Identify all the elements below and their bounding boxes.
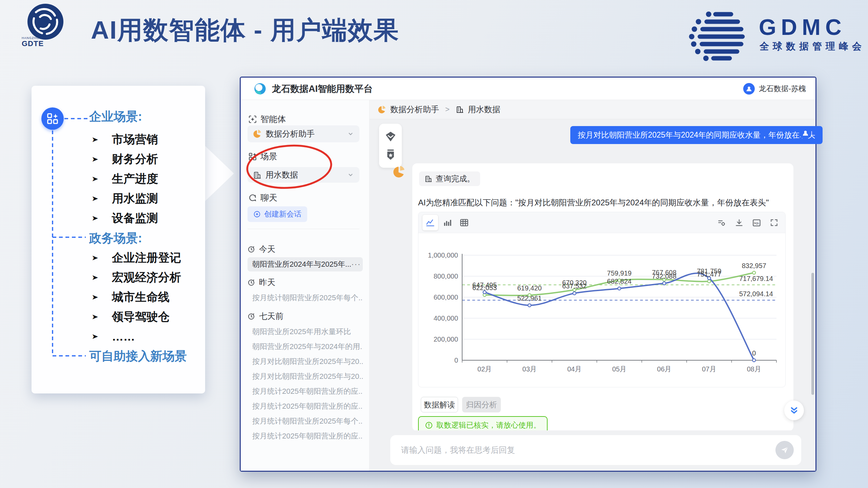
scroll-to-bottom-button[interactable] [784, 401, 804, 420]
history-item[interactable]: 按月对比朝阳营业所2025年与20... [248, 354, 363, 369]
message-tool-card [379, 124, 402, 168]
info-icon [425, 421, 433, 429]
agent-section-label: 智能体 [248, 114, 286, 125]
history-group-label: 七天前 [248, 311, 363, 322]
red-highlight-annotation [237, 138, 342, 196]
breadcrumb-scene[interactable]: 用水数据 [468, 104, 500, 115]
question-input[interactable]: 请输入问题，我将在思考后回复 [390, 435, 801, 465]
chart-card: SQL 0200,000400,000600,000800,0001,000,0… [418, 212, 786, 387]
list-settings-icon [717, 218, 726, 227]
gdmc-logo-subtitle: 全球数据管理峰会 [760, 40, 865, 53]
verified-notice-text: 取数逻辑已核实，请放心使用。 [436, 420, 541, 430]
new-chat-button[interactable]: 创建新会话 [248, 206, 307, 222]
query-status-text: 查询完成。 [436, 174, 475, 184]
svg-text:751,477: 751,477 [697, 270, 721, 278]
svg-text:717,679.14: 717,679.14 [739, 275, 773, 282]
slide-title: AI用数智能体 - 用户端效果 [91, 14, 399, 47]
callout-item: ➤…… [92, 329, 135, 344]
data-interpretation-button[interactable]: 数据解读 [421, 397, 458, 412]
current-user-name: 龙石数据-苏槐 [759, 84, 806, 94]
callout-item: ➤市场营销 [92, 132, 158, 147]
svg-text:622,053: 622,053 [472, 284, 497, 291]
input-placeholder: 请输入问题，我将在思考后回复 [401, 435, 515, 465]
callout-item: ➤宏观经济分析 [92, 270, 181, 285]
gdte-logo-text: HANGZHOU GDTE [22, 37, 44, 48]
arrow-bullet-icon: ➤ [92, 214, 98, 222]
medal-icon[interactable] [386, 149, 396, 161]
arrow-bullet-icon: ➤ [92, 194, 98, 203]
arrow-bullet-icon: ➤ [92, 332, 98, 341]
scene-selector[interactable]: 用水数据 [248, 167, 359, 183]
agent-selector[interactable]: 数据分析助手 [248, 125, 359, 142]
history-group-label: 昨天 [248, 277, 363, 288]
app-title: 龙石数据AI智能用数平台 [272, 83, 373, 95]
water-usage-chart: 0200,000400,000600,000800,0001,000,00071… [418, 233, 785, 387]
history-item[interactable]: 按月对比朝阳营业所2025年与20... [248, 369, 363, 384]
user-avatar-icon[interactable] [743, 83, 755, 95]
history-group-label: 今天 [248, 244, 363, 255]
chart-settings-button[interactable] [714, 215, 729, 230]
user-avatar-icon [799, 127, 811, 139]
ai-match-text: AI为您精准匹配以下问题："按月对比朝阳营业所2025年与2024年的同期应收水… [418, 197, 769, 208]
bar-chart-tab[interactable] [439, 215, 455, 230]
assistant-message-card: 查询完成。 AI为您精准匹配以下问题："按月对比朝阳营业所2025年与2024年… [412, 163, 793, 431]
history-item[interactable]: 按月统计2025年朝阳营业所的应... [248, 429, 363, 444]
history-item[interactable]: 按月统计2025年朝阳营业所的应... [248, 384, 363, 399]
scenario-callout-panel: 企业场景:➤市场营销➤财务分析➤生产进度➤用水监测➤设备监测政务场景:➤企业注册… [32, 86, 205, 393]
svg-text:03月: 03月 [522, 365, 537, 373]
history-item[interactable]: 按月统计2025年朝阳营业所的应... [248, 399, 363, 414]
double-chevron-down-icon [789, 405, 799, 415]
breadcrumb-agent[interactable]: 数据分析助手 [390, 104, 439, 115]
svg-text:0: 0 [752, 349, 756, 357]
building-icon [456, 105, 464, 114]
svg-text:800,000: 800,000 [434, 272, 458, 280]
svg-text:05月: 05月 [612, 365, 626, 373]
callout-item: ➤设备监测 [92, 211, 158, 226]
history-item[interactable]: 朝阳营业所2025年用水量环比 [248, 324, 363, 339]
vertical-scrollbar[interactable] [811, 273, 814, 395]
app-header: 龙石数据AI智能用数平台 龙石数据-苏槐 [241, 78, 815, 100]
main-area: 数据分析助手 > 用水数据 按月对比朝阳营业所2025年与2024年的同期应收水… [370, 100, 815, 471]
scenarios-icon [41, 107, 64, 130]
bar-chart-icon [442, 218, 452, 227]
callout-item: ➤城市生命线 [92, 290, 170, 305]
app-window: 龙石数据AI智能用数平台 龙石数据-苏槐 智能体 数据分析助手 [240, 77, 816, 472]
gem-icon[interactable] [385, 131, 396, 142]
breadcrumb-separator: > [445, 105, 450, 114]
history-item[interactable]: 朝阳营业所2025年与2024年的用... [248, 339, 363, 354]
new-chat-label: 创建新会话 [264, 209, 301, 219]
svg-text:1,000,000: 1,000,000 [428, 251, 458, 259]
history-item[interactable]: 按月统计朝阳营业所2025年每个... [248, 414, 363, 429]
chat-history-list: 今天朝阳营业所2024年与2025年...···昨天按月统计朝阳营业所2025年… [241, 242, 370, 444]
fullscreen-button[interactable] [766, 215, 782, 230]
gdmc-logo-name: GDMC [759, 14, 846, 40]
building-icon [253, 171, 261, 179]
sql-icon: SQL [752, 218, 761, 227]
svg-text:572,094.14: 572,094.14 [739, 290, 773, 298]
paper-plane-icon [780, 446, 789, 454]
svg-text:0: 0 [454, 357, 458, 364]
agent-icon [248, 115, 257, 124]
svg-text:670,320: 670,320 [562, 279, 587, 286]
send-button[interactable] [775, 441, 794, 459]
history-item[interactable]: 朝阳营业所2024年与2025年...··· [248, 257, 363, 271]
pie-chart-icon [378, 105, 386, 114]
table-tab[interactable] [456, 215, 472, 230]
history-item[interactable]: 按月统计朝阳营业所2025年每个... [248, 290, 363, 305]
svg-text:759,919: 759,919 [607, 269, 631, 277]
line-chart-tab[interactable] [422, 215, 438, 230]
callout-item: ➤用水监测 [92, 191, 158, 206]
breadcrumb: 数据分析助手 > 用水数据 [370, 100, 815, 119]
svg-text:06月: 06月 [657, 365, 671, 373]
download-button[interactable] [731, 215, 747, 230]
sql-button[interactable]: SQL [749, 215, 764, 230]
building-icon [425, 175, 432, 183]
svg-text:682,824: 682,824 [607, 278, 631, 285]
svg-text:07月: 07月 [702, 365, 716, 373]
svg-text:400,000: 400,000 [434, 314, 458, 322]
callout-heading: 企业场景: [89, 109, 142, 124]
app-logo-icon [253, 82, 267, 96]
attribution-analysis-button[interactable]: 归因分析 [462, 397, 501, 412]
fullscreen-icon [770, 218, 778, 227]
item-menu-icon[interactable]: ··· [351, 260, 361, 269]
